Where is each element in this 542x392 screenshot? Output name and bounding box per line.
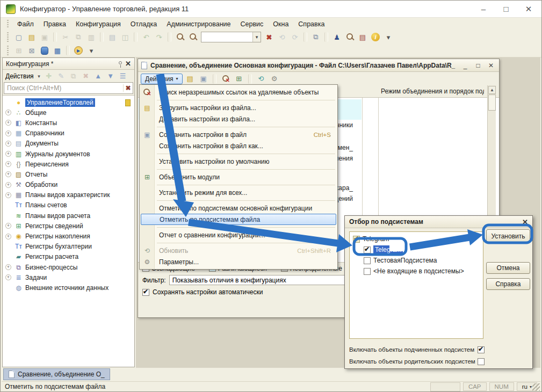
expand-icon[interactable]: + [5,171,11,177]
menubar-item[interactable]: Правка [39,19,70,29]
toolbar-button[interactable]: ✂ [60,31,71,43]
toolbar-button[interactable]: ◫ [119,31,131,43]
toolbar-button[interactable] [100,32,104,42]
clear-search-button[interactable]: ✖ [263,31,275,43]
menu-item[interactable] [140,151,337,156]
search-combobox-input[interactable] [201,33,252,41]
merge-mode-column-header[interactable]: Режим объединения и порядок подч_ [381,88,484,95]
metadata-tree-item[interactable]: + ▰ Регистры расчета [3,252,134,262]
toolbar-button[interactable]: ▦ [52,45,63,56]
compare-toolbar-button[interactable]: ▣ [198,73,209,85]
compare-toolbar-button[interactable]: ▤ [184,73,196,85]
menu-item[interactable]: ▤ Загрузить настройки из файла... [140,102,337,113]
toolbar-button[interactable]: ↶ [140,31,152,43]
menu-item[interactable]: ⊞ Объединить модули [140,171,337,183]
help-button[interactable]: Справка [486,278,530,290]
expand-icon[interactable]: + [5,234,11,239]
compare-toolbar-button[interactable] [213,74,216,84]
toolbar-button[interactable]: ▾ [382,31,394,43]
toolbar-button[interactable] [344,31,356,43]
compare-toolbar-button[interactable] [248,74,252,84]
autosave-checkbox[interactable] [142,289,149,296]
toolbar-button[interactable] [134,32,138,42]
metadata-tree-item[interactable]: + ⚒ Обработки [3,180,134,190]
metadata-tree-item[interactable]: + ▥ Журналы документов [3,149,134,159]
menu-item[interactable]: ▣ Сохранить настройки в файл Ctrl+S [140,129,337,140]
menu-item[interactable]: Поиск неразрешимых ссылок на удаляемые о… [140,86,337,98]
menubar-item[interactable]: Сервис [236,19,268,29]
toolbar-button[interactable]: ▤ [106,31,118,43]
toolbar-button[interactable]: ▶ [73,45,84,56]
subsystem-row-not-included[interactable]: <Не входящие в подсистемы> [350,266,483,277]
compare-toolbar-button[interactable]: ⟲ [255,73,267,85]
metadata-tree-item[interactable]: + ▨ Отчеты [3,169,134,179]
actions-menu-button[interactable]: Действия [5,72,34,80]
menu-item[interactable] [140,125,337,129]
toolbar-button[interactable]: i [370,31,381,43]
metadata-tree-item[interactable]: + ≣ Задачи [3,272,134,282]
toolbar-button[interactable]: ⧉ [310,31,322,43]
metadata-tree-item[interactable]: + Тт Планы счетов [3,200,134,210]
metadata-tree-item[interactable]: + ◍ Внешние источники данных [3,282,134,293]
menubar-item[interactable]: Файл [13,19,38,29]
metadata-tree-item[interactable]: + ⊞ Регистры сведений [3,221,134,231]
menu-item[interactable] [140,198,337,202]
toolbar-button[interactable]: ▣ [39,31,50,43]
metadata-tree-item[interactable]: + ◧ Константы [3,118,134,128]
expand-icon[interactable]: + [5,130,11,136]
resize-grip[interactable] [532,383,540,391]
search-combobox[interactable]: ▾ [201,32,261,42]
cancel-button[interactable]: Отмена [486,262,530,274]
toolbar-button[interactable]: ▤ [357,31,368,43]
menu-item[interactable]: ⟲ Обновить Ctrl+Shift+R [140,245,337,256]
expand-icon[interactable]: + [5,141,11,147]
subsystem-checkbox[interactable] [364,246,371,253]
menu-item[interactable]: Отчет о сравнении конфигураций... [140,229,337,241]
panel-action-button[interactable]: ▼ [105,71,116,82]
toolbar-button[interactable]: ▢ [13,31,25,43]
panel-action-button[interactable]: ▲ [93,71,104,82]
close-button[interactable]: ✕ [521,2,536,17]
toolbar-button[interactable] [187,31,199,43]
panel-action-button[interactable]: ✚ [44,71,54,82]
metadata-tree-item[interactable]: + ▦ Планы видов характеристик [3,190,134,200]
expand-icon[interactable]: + [5,223,11,229]
menubar-item[interactable]: Отладка [126,19,161,29]
maximize-button[interactable]: □ [498,2,514,17]
menubar-item[interactable]: Окна [269,19,293,29]
menu-item[interactable] [140,167,337,171]
panel-action-button[interactable]: ✎ [56,71,67,82]
panel-action-button[interactable]: ✖ [81,71,91,82]
scroll-up-icon[interactable]: ▲ [488,86,496,94]
metadata-tree-item[interactable]: + ≋ Планы видов расчета [3,210,134,221]
metadata-tree-item[interactable]: + Тт Регистры бухгалтерии [3,242,134,252]
actions-caret-icon[interactable]: ▾ [37,74,42,79]
menubar-item[interactable]: Администрирование [162,19,235,29]
pin-icon[interactable] [119,61,122,64]
scrollbar-thumb[interactable] [488,95,496,111]
toolbar-button[interactable] [66,46,70,55]
subsystem-checkbox[interactable] [364,268,371,275]
minimize-button[interactable]: – [476,2,491,17]
toolbar-button[interactable] [303,32,307,42]
menu-item[interactable]: Сохранить настройки в файл как... [140,140,337,151]
expand-icon[interactable]: + [5,161,11,167]
subsystem-checkbox[interactable] [353,236,360,243]
compare-close-button[interactable]: ✕ [486,62,496,69]
expand-icon[interactable]: + [5,192,11,198]
subsystem-checkbox[interactable] [364,257,371,264]
toolbar-button[interactable] [174,31,186,43]
subsystem-row-telegram-root[interactable]: Telegram [350,234,483,244]
toolbar-button[interactable] [168,32,171,42]
compare-toolbar-button[interactable]: ⊞ [233,73,245,85]
metadata-tree-item[interactable]: + ∴ Общие [3,107,134,118]
menu-item[interactable] [140,241,337,245]
toolbar-button[interactable]: ⧉ [73,31,84,43]
panel-action-button[interactable]: ☰ [118,71,128,82]
toolbar-button[interactable]: ⊞ [13,45,25,56]
expand-icon[interactable]: + [5,264,11,270]
option-checkbox[interactable] [478,358,485,365]
compare-window-tab[interactable]: Сравнение, объединение О_ [3,368,110,380]
subsystem-row-telegram[interactable]: Telegram [350,244,483,255]
metadata-tree-item[interactable]: + ▦ Справочники [3,128,134,139]
